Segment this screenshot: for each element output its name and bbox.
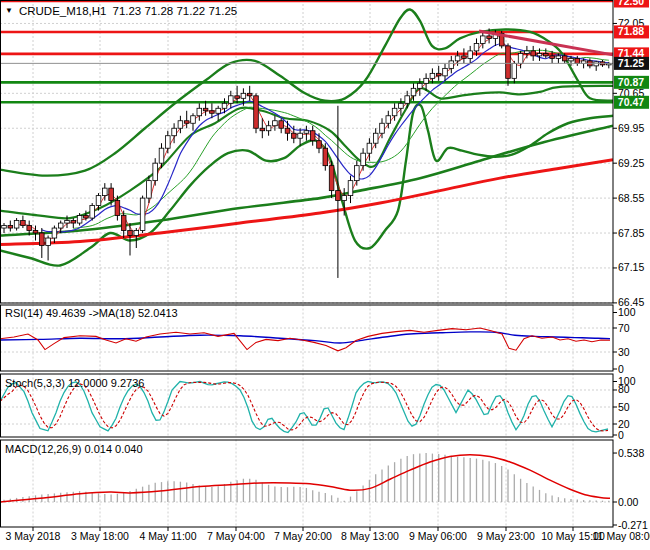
- price-tick-label: 69.25: [618, 157, 644, 169]
- chart-canvas[interactable]: 72.0570.6569.9569.2568.5567.8567.1566.45…: [0, 0, 650, 550]
- bearish-candle: [323, 148, 328, 165]
- bearish-candle: [462, 56, 467, 58]
- bullish-candle: [518, 53, 523, 63]
- bullish-candle: [58, 223, 63, 228]
- indicator-tick-label: 80: [618, 383, 630, 395]
- bullish-candle: [525, 51, 530, 53]
- bullish-candle: [197, 108, 202, 115]
- indicator-tick-label: 0: [618, 363, 624, 375]
- bullish-candle: [77, 216, 82, 223]
- price-tick-label: 68.55: [618, 192, 644, 204]
- bearish-candle: [436, 73, 441, 75]
- bullish-candle: [367, 143, 372, 153]
- bullish-candle: [266, 126, 271, 131]
- bullish-candle: [166, 136, 171, 148]
- bearish-candle: [562, 56, 567, 61]
- bullish-candle: [380, 123, 385, 133]
- bullish-candle: [481, 36, 486, 43]
- bullish-candle: [430, 73, 435, 78]
- bullish-candle: [2, 226, 7, 228]
- bearish-candle: [33, 231, 38, 233]
- indicator-tick-label: -0.271: [618, 519, 648, 531]
- time-axis-label: 7 May 04:00: [207, 530, 265, 542]
- bearish-candle: [531, 51, 536, 56]
- bearish-candle: [260, 128, 265, 130]
- bearish-candle: [115, 201, 120, 216]
- bullish-candle: [140, 198, 145, 230]
- bullish-candle: [405, 96, 410, 103]
- bullish-candle: [304, 131, 309, 133]
- bearish-candle: [210, 111, 215, 113]
- bullish-candle: [474, 43, 479, 50]
- bullish-candle: [178, 121, 183, 128]
- price-tick-label: 67.15: [618, 261, 644, 273]
- bullish-candle: [537, 53, 542, 55]
- bullish-candle: [418, 83, 423, 88]
- bearish-candle: [84, 216, 89, 218]
- bullish-candle: [424, 78, 429, 83]
- current-price-badge-label: 71.25: [618, 57, 644, 69]
- bearish-candle: [27, 226, 32, 231]
- bullish-candle: [153, 163, 158, 180]
- trading-chart-window: 72.0570.6569.9569.2568.5567.8567.1566.45…: [0, 0, 650, 550]
- bullish-candle: [392, 108, 397, 115]
- level-badge-label: 72.50: [618, 0, 644, 6]
- level-badge-label: 71.88: [618, 25, 644, 37]
- fast-ma-blue: [42, 44, 609, 232]
- price-tick-label: 67.85: [618, 227, 644, 239]
- bullish-candle: [298, 133, 303, 138]
- bearish-candle: [279, 121, 284, 128]
- bullish-candle: [216, 108, 221, 113]
- bearish-candle: [71, 221, 76, 223]
- symbol-dropdown-icon[interactable]: ▼: [5, 7, 13, 15]
- time-axis-label: 7 May 20:00: [274, 530, 332, 542]
- bullish-candle: [96, 196, 101, 206]
- bearish-candle: [40, 233, 45, 245]
- bullish-candle: [172, 128, 177, 135]
- bearish-candle: [184, 121, 189, 123]
- time-axis-label: 9 May 06:00: [409, 530, 467, 542]
- bullish-candle: [273, 121, 278, 126]
- bearish-candle: [506, 46, 511, 78]
- indicator-tick-label: 100: [618, 306, 636, 318]
- macd-signal-line: [0, 455, 610, 502]
- time-axis-label: 3 May 18:00: [71, 530, 129, 542]
- bearish-candle: [544, 53, 549, 55]
- bullish-candle: [569, 58, 574, 60]
- indicator-tick-label: 0: [618, 429, 624, 441]
- indicator-tick-label: 0.538: [618, 447, 644, 459]
- level-badge-label: 70.47: [618, 96, 644, 108]
- bullish-candle: [443, 68, 448, 75]
- indicator-tick-label: 70: [618, 322, 630, 334]
- bullish-candle: [46, 238, 51, 245]
- bullish-candle: [229, 96, 234, 103]
- bullish-candle: [52, 228, 57, 238]
- bullish-candle: [147, 181, 152, 198]
- bullish-candle: [103, 188, 108, 195]
- time-axis-label: 8 May 13:00: [341, 530, 399, 542]
- bearish-candle: [247, 93, 252, 95]
- bullish-candle: [399, 103, 404, 108]
- bearish-candle: [487, 36, 492, 38]
- bullish-candle: [468, 51, 473, 58]
- bearish-candle: [235, 96, 240, 98]
- bearish-candle: [8, 226, 13, 228]
- bearish-candle: [121, 216, 126, 231]
- time-axis-label: 4 May 11:00: [139, 530, 196, 542]
- bullish-candle: [449, 61, 454, 68]
- bullish-candle: [348, 181, 353, 196]
- indicator-tick-label: 50: [618, 401, 630, 413]
- time-axis-label: 11 May 08:00: [593, 530, 650, 542]
- bullish-candle: [361, 153, 366, 165]
- time-axis-label: 9 May 23:00: [477, 530, 535, 542]
- bearish-candle: [254, 96, 259, 128]
- bullish-candle: [411, 88, 416, 95]
- bearish-candle: [292, 133, 297, 138]
- bearish-candle: [203, 108, 208, 110]
- bearish-candle: [128, 231, 133, 236]
- bullish-candle: [386, 116, 391, 123]
- bullish-candle: [159, 148, 164, 163]
- bullish-candle: [14, 221, 19, 228]
- bullish-candle: [455, 56, 460, 61]
- indicator-tick-label: 0.00: [618, 496, 639, 508]
